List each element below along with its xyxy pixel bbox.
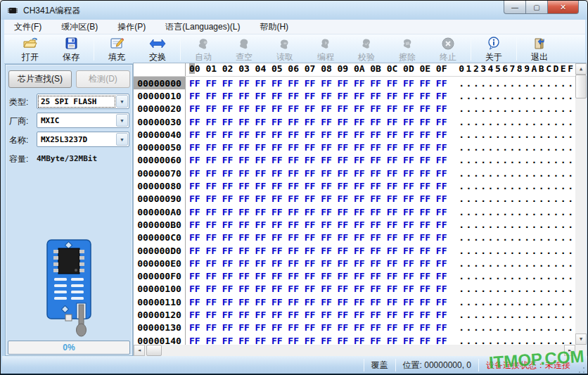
hex-byte[interactable]: FF (235, 168, 251, 179)
hex-byte[interactable]: FF (268, 258, 284, 269)
hex-byte[interactable]: FF (301, 142, 317, 153)
hex-byte[interactable]: FF (219, 207, 235, 217)
hex-byte[interactable]: FF (366, 117, 383, 127)
hex-byte[interactable]: FF (268, 193, 284, 204)
hex-byte[interactable]: FF (186, 142, 202, 153)
hex-byte[interactable]: FF (301, 103, 317, 114)
hex-byte[interactable]: FF (268, 207, 284, 217)
hex-byte[interactable]: FF (202, 129, 218, 140)
hex-byte[interactable]: FF (400, 193, 416, 204)
hex-byte[interactable]: FF (317, 336, 333, 345)
hex-byte[interactable]: FF (334, 232, 350, 243)
hex-ascii-cell[interactable]: ................ (459, 91, 575, 101)
hex-byte[interactable]: FF (284, 336, 300, 345)
hex-byte[interactable]: FF (268, 310, 284, 320)
menu-buffer[interactable]: 缓冲区(B) (51, 20, 108, 34)
about-button[interactable]: 关于 (473, 34, 514, 63)
hex-byte[interactable]: FF (219, 220, 235, 230)
hex-byte[interactable]: FF (202, 193, 218, 204)
open-button[interactable]: 打开 (10, 34, 51, 63)
hex-byte[interactable]: FF (317, 232, 333, 243)
hex-byte[interactable]: FF (383, 155, 400, 165)
hex-byte[interactable]: FF (219, 297, 235, 307)
hex-byte[interactable]: FF (350, 258, 366, 269)
hex-byte[interactable]: FF (268, 168, 284, 179)
hex-byte[interactable]: FF (317, 117, 333, 127)
hex-byte[interactable]: FF (350, 297, 366, 307)
hex-byte[interactable]: FF (284, 310, 300, 320)
hex-byte[interactable]: FF (317, 168, 333, 179)
minimize-button[interactable]: — (504, 1, 526, 14)
hex-byte[interactable]: FF (350, 232, 366, 243)
hex-byte[interactable]: FF (433, 155, 449, 165)
hex-byte[interactable]: FF (383, 322, 400, 333)
hex-byte[interactable]: FF (383, 258, 400, 269)
hex-byte[interactable]: FF (334, 220, 350, 230)
hex-byte[interactable]: FF (235, 232, 251, 243)
hex-byte[interactable]: FF (400, 310, 416, 320)
hex-byte[interactable]: FF (219, 310, 235, 320)
hex-byte[interactable]: FF (350, 284, 366, 294)
hex-byte[interactable]: FF (186, 103, 202, 114)
hex-byte[interactable]: FF (186, 181, 202, 191)
type-combobox[interactable]: 25 SPI FLASH ▼ (37, 94, 129, 109)
hex-byte[interactable]: FF (235, 271, 251, 281)
save-button[interactable]: 保存 (51, 34, 91, 63)
hex-byte[interactable]: FF (252, 284, 268, 294)
hex-ascii-cell[interactable]: ................ (459, 207, 575, 217)
hex-byte[interactable]: FF (186, 155, 202, 165)
hex-byte[interactable]: FF (252, 91, 268, 101)
hex-byte[interactable]: FF (301, 78, 317, 89)
hex-byte[interactable]: FF (219, 322, 235, 333)
hex-byte[interactable]: FF (416, 310, 432, 320)
hex-byte[interactable]: FF (219, 258, 235, 269)
resize-grip-icon[interactable] (577, 366, 586, 374)
hex-byte[interactable]: FF (366, 310, 383, 320)
hex-byte[interactable]: FF (301, 297, 317, 307)
hex-byte[interactable]: FF (186, 336, 202, 345)
hex-byte[interactable]: FF (252, 181, 268, 191)
hex-byte[interactable]: FF (400, 246, 416, 256)
hex-byte[interactable]: FF (366, 271, 383, 281)
hex-byte[interactable]: FF (350, 168, 366, 179)
hex-byte[interactable]: FF (235, 310, 251, 320)
hex-byte[interactable]: FF (383, 246, 400, 256)
menu-language[interactable]: 语言(Languages)(L) (155, 20, 250, 34)
hex-byte[interactable]: FF (186, 258, 202, 269)
hex-byte[interactable]: FF (202, 271, 218, 281)
hex-byte[interactable]: FF (317, 297, 333, 307)
hex-byte[interactable]: FF (317, 271, 333, 281)
hex-byte[interactable]: FF (350, 91, 366, 101)
hex-byte[interactable]: FF (334, 78, 350, 89)
hex-byte[interactable]: FF (301, 91, 317, 101)
hex-byte[interactable]: FF (433, 103, 449, 114)
hex-byte[interactable]: FF (301, 310, 317, 320)
hex-byte[interactable]: FF (383, 220, 400, 230)
hex-byte[interactable]: FF (334, 310, 350, 320)
hex-ascii-cell[interactable]: ................ (459, 284, 575, 294)
hex-byte[interactable]: FF (235, 207, 251, 217)
hex-byte[interactable]: FF (219, 284, 235, 294)
hex-byte[interactable]: FF (186, 168, 202, 179)
hex-byte[interactable]: FF (268, 271, 284, 281)
hex-byte[interactable]: FF (284, 297, 300, 307)
hex-byte[interactable]: FF (186, 284, 202, 294)
hex-byte[interactable]: FF (202, 155, 218, 165)
hex-byte[interactable]: FF (301, 336, 317, 345)
hex-byte[interactable]: FF (433, 78, 449, 89)
hex-byte[interactable]: FF (202, 142, 218, 153)
hex-byte[interactable]: FF (366, 322, 383, 333)
hex-ascii-cell[interactable]: ................ (459, 232, 575, 243)
hex-byte[interactable]: FF (433, 310, 449, 320)
hex-byte[interactable]: FF (202, 181, 218, 191)
hex-byte[interactable]: FF (383, 207, 400, 217)
hex-byte[interactable]: FF (202, 117, 218, 127)
hex-byte[interactable]: FF (202, 297, 218, 307)
hex-byte[interactable]: FF (284, 193, 300, 204)
hex-byte[interactable]: FF (301, 246, 317, 256)
hex-byte[interactable]: FF (400, 168, 416, 179)
hex-byte[interactable]: FF (268, 336, 284, 345)
hex-byte[interactable]: FF (416, 232, 432, 243)
hex-byte[interactable]: FF (366, 129, 383, 140)
hex-byte[interactable]: FF (400, 297, 416, 307)
